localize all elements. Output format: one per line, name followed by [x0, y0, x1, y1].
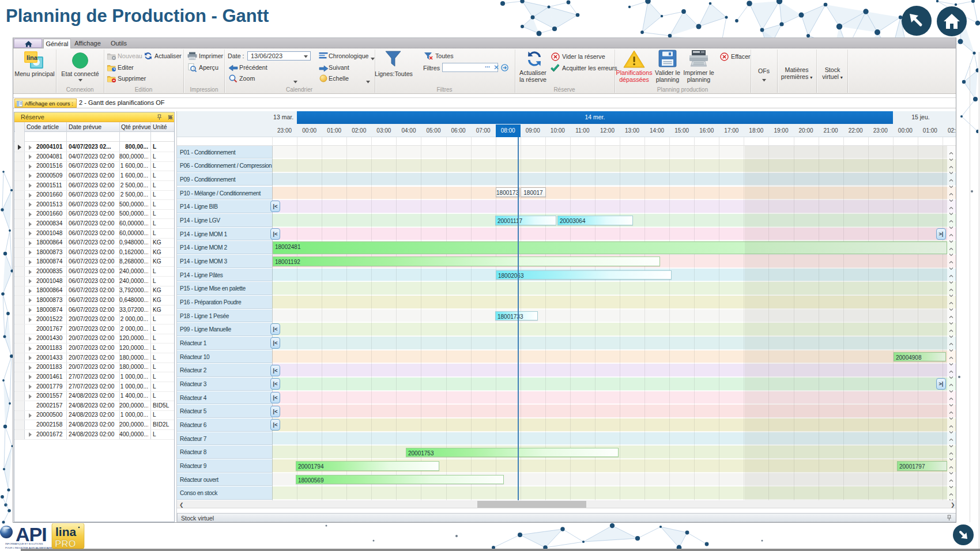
svg-text:lina: lina [55, 525, 76, 538]
svg-text:INFORMATIQUE ET SOLUTIONS: INFORMATIQUE ET SOLUTIONS [5, 542, 43, 545]
svg-text:lina: lina [27, 54, 38, 61]
svg-text:PRO: PRO [55, 538, 76, 549]
svg-text:POUR L'INDUSTRIE AGROALIMENTAI: POUR L'INDUSTRIE AGROALIMENTAIRE [5, 546, 52, 549]
